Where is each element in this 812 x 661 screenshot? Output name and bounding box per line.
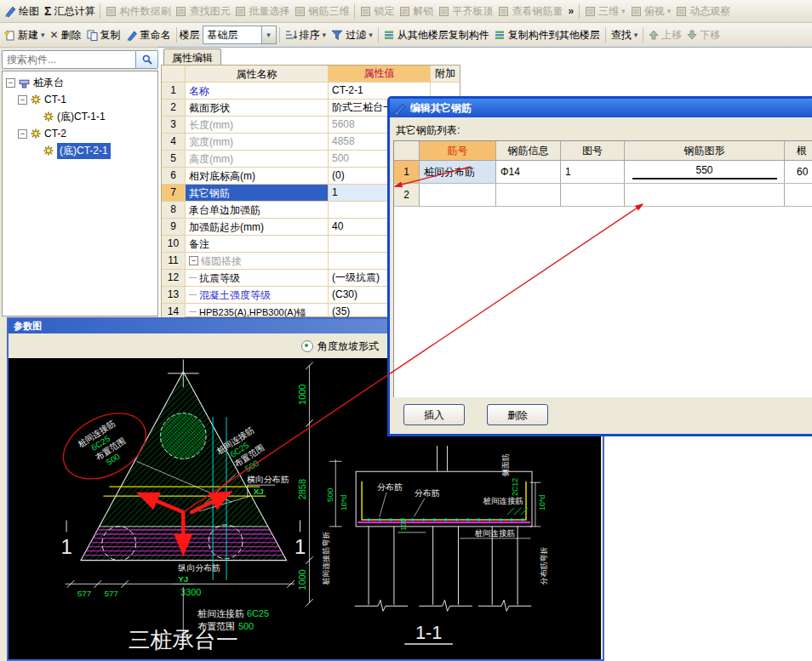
rebar-list-label: 其它钢筋列表: <box>396 123 812 138</box>
row-number: 8 <box>162 202 186 218</box>
tree-label-selected: (底)CT-2-1 <box>57 143 111 159</box>
bar-info-cell[interactable]: Φ14 <box>496 161 561 183</box>
header-name: 属性名称 <box>186 66 329 82</box>
dim-100: 100 <box>399 518 408 531</box>
copy-to-floor-button[interactable]: 复制构件到其他楼层 <box>492 26 603 44</box>
separator <box>354 3 355 19</box>
collapse-icon[interactable]: − <box>189 256 198 265</box>
summary-calc-button[interactable]: Σ 汇总计算 <box>42 3 97 20</box>
tree-item-ct1-1[interactable]: (底)CT-1-1 <box>3 108 157 125</box>
sort-icon <box>285 30 297 41</box>
search-button[interactable] <box>136 50 158 69</box>
component-brush-label: 构件数据刷 <box>119 4 170 19</box>
bar-count-cell[interactable]: 60 <box>785 161 812 183</box>
property-name: 宽度(mm) <box>186 134 329 150</box>
collapse-icon[interactable]: − <box>6 78 15 88</box>
property-name: 抗震等级 <box>186 270 329 286</box>
dialog-titlebar[interactable]: 编辑其它钢筋 <box>390 99 812 117</box>
row-number: 3 <box>162 117 186 133</box>
header-value: 属性值 <box>329 66 431 82</box>
tree-item-pilecap-root[interactable]: − 桩承台 <box>3 74 157 91</box>
component-tree: − 桩承台 − CT-1 (底)CT-1-1 − CT-2 (底)CT-2-1 <box>2 71 158 316</box>
collapse-icon[interactable]: − <box>18 95 27 105</box>
align-slab-top-button[interactable]: 平齐板顶 <box>436 3 495 20</box>
find-element-label: 查找图元 <box>189 4 230 19</box>
sort-button[interactable]: 排序 ▾ <box>283 26 329 44</box>
dim-10d-right: 10*d <box>538 495 546 510</box>
bar-name-cell[interactable]: 桩间分布筋 <box>420 161 496 183</box>
view-top-button[interactable]: 俯视 ▾ <box>628 3 674 20</box>
tree-item-ct1[interactable]: − CT-1 <box>3 91 157 108</box>
rebar-row-empty[interactable]: 2 <box>394 184 812 207</box>
find-element-button[interactable]: 查找图元 <box>173 3 232 20</box>
filter-button[interactable]: 过滤 ▾ <box>329 26 375 44</box>
draw-button[interactable]: 绘图 <box>2 3 42 20</box>
delete-button[interactable]: ✕ 删除 <box>48 26 84 44</box>
toolbar-overflow-button[interactable]: » <box>565 5 576 17</box>
bar-info-cell[interactable] <box>496 184 561 206</box>
chevron-down-icon: ▾ <box>266 31 271 39</box>
orbit-button[interactable]: 动态观察 <box>673 3 733 20</box>
chevron-down-icon: ▾ <box>667 8 672 15</box>
find-label: 查找 <box>611 28 632 43</box>
bottom-tie-spec: 6C25 <box>247 608 269 618</box>
header-bar-info: 钢筋信息 <box>496 141 561 160</box>
bar-count-cell[interactable] <box>785 184 812 206</box>
toolbar-primary: 绘图 Σ 汇总计算 构件数据刷 查找图元 批量选择 钢筋三维 锁定 解锁 平齐板… <box>0 0 812 23</box>
bar-name-cell[interactable] <box>420 184 496 206</box>
find-button[interactable]: 查找 ▾ <box>609 26 641 44</box>
search-input[interactable] <box>2 50 136 69</box>
dim-500: 500 <box>325 487 335 502</box>
row-number: 6 <box>162 168 186 184</box>
row-number: 9 <box>162 219 186 235</box>
floor-select[interactable]: 基础层 ▾ <box>203 26 277 44</box>
view-3d-button[interactable]: 三维 ▾ <box>582 3 628 20</box>
header-fig-no: 图号 <box>561 141 625 160</box>
delete-row-button[interactable]: 删除 <box>487 404 548 425</box>
unlock-button[interactable]: 解锁 <box>397 3 436 20</box>
radio-angle-slope[interactable] <box>301 340 313 352</box>
copy-to-floor-icon <box>495 30 506 41</box>
rebar-row[interactable]: 1 桩间分布筋 Φ14 1 550 60 <box>394 161 812 184</box>
move-up-button[interactable]: 上移 <box>646 26 684 44</box>
move-down-button[interactable]: 下移 <box>684 26 723 44</box>
rebar-3d-button[interactable]: 钢筋三维 <box>292 3 352 20</box>
floor-select-button[interactable]: ▾ <box>261 26 276 43</box>
chevron-down-icon: ▾ <box>369 31 373 39</box>
property-name: 混凝土强度等级 <box>186 287 329 303</box>
lock-button[interactable]: 锁定 <box>357 3 397 20</box>
new-button[interactable]: 新建 ▾ <box>2 26 48 44</box>
floor-label: 楼层 <box>180 28 200 43</box>
separator <box>643 27 643 43</box>
fig-no-cell[interactable]: 1 <box>561 161 625 183</box>
view-rebar-qty-button[interactable]: 查看钢筋量 <box>495 3 565 20</box>
row-number: 1 <box>394 161 420 183</box>
tree-item-ct2-1-selected[interactable]: (底)CT-2-1 <box>3 142 157 159</box>
component-brush-button[interactable]: 构件数据刷 <box>103 3 173 20</box>
property-name: 截面形状 <box>186 100 329 116</box>
fig-no-cell[interactable] <box>561 184 625 206</box>
parameter-window-title: 参数图 <box>14 321 42 331</box>
pile-break-marks <box>355 600 531 611</box>
sub-label: 抗震等级 <box>199 271 240 286</box>
insert-button[interactable]: 插入 <box>403 404 465 425</box>
filter-label: 过滤 <box>346 28 366 43</box>
tree-label: CT-2 <box>44 128 66 140</box>
tree-item-ct2[interactable]: − CT-2 <box>3 125 157 142</box>
copy-from-floor-button[interactable]: 从其他楼层复制构件 <box>381 26 492 44</box>
batch-select-button[interactable]: 批量选择 <box>232 3 292 20</box>
find-element-icon <box>175 6 186 17</box>
property-name: − 锚固搭接 <box>186 253 329 269</box>
tie-label-top: 桩间连接筋 <box>483 496 524 505</box>
rename-button[interactable]: 重命名 <box>123 26 174 44</box>
tie-label-bottom: 桩间连接筋 <box>474 528 516 538</box>
unlock-label: 解锁 <box>413 4 433 19</box>
bar-shape-cell[interactable] <box>625 184 785 206</box>
draw-label: 绘图 <box>19 4 39 19</box>
copy-button[interactable]: 复制 <box>84 26 123 44</box>
bar-shape-cell[interactable]: 550 <box>625 161 785 183</box>
view-top-icon <box>631 6 642 17</box>
tab-label: 属性编辑 <box>172 52 213 64</box>
collapse-icon[interactable]: − <box>18 129 27 139</box>
rebar-table-header: 筋号 钢筋信息 图号 钢筋图形 根 <box>394 141 812 161</box>
